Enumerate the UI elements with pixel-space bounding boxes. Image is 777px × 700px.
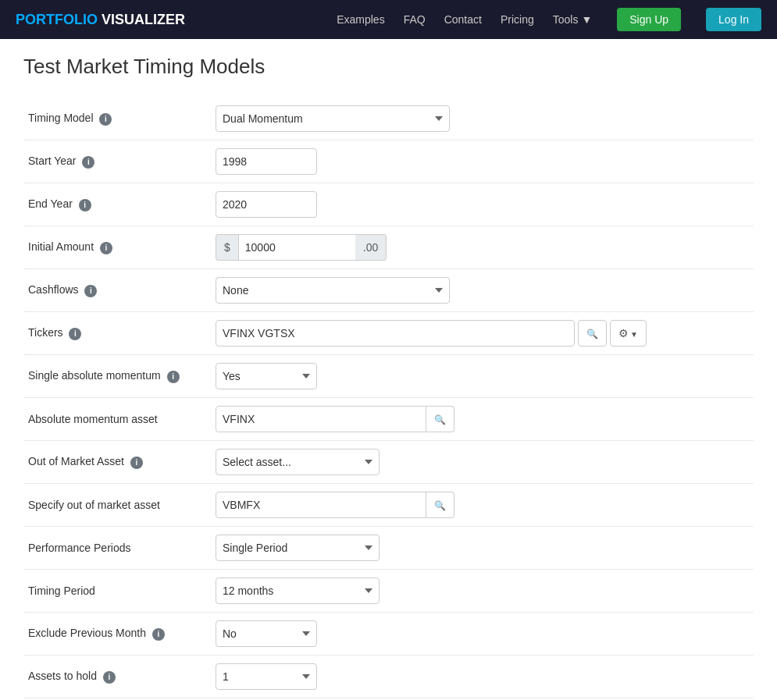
navbar: PORTFOLIO VISUALIZER Examples FAQ Contac… xyxy=(0,0,777,39)
abs-momentum-asset-control xyxy=(211,398,754,441)
currency-prefix: $ xyxy=(216,234,238,261)
tickers-info-icon[interactable]: i xyxy=(69,328,81,340)
start-year-label: Start Year i xyxy=(23,140,211,183)
abs-momentum-asset-group xyxy=(216,406,749,432)
search-icon xyxy=(434,414,446,425)
exclude-prev-month-row: Exclude Previous Month i No Yes xyxy=(23,613,754,656)
amount-group: $ .00 xyxy=(216,234,749,261)
cashflows-info-icon[interactable]: i xyxy=(84,285,97,297)
assets-to-hold-row: Assets to hold i 1 2 3 xyxy=(23,656,754,698)
out-of-market-asset-select[interactable]: Select asset... xyxy=(216,449,380,475)
timing-model-info-icon[interactable]: i xyxy=(99,113,112,126)
start-year-row: Start Year i xyxy=(23,140,754,183)
end-year-input[interactable] xyxy=(216,191,317,218)
end-year-control xyxy=(211,183,754,226)
cashflows-row: Cashflows i None xyxy=(23,269,754,312)
out-of-market-asset-row: Out of Market Asset i Select asset... xyxy=(23,441,754,484)
tickers-input[interactable] xyxy=(216,320,575,346)
assets-to-hold-select[interactable]: 1 2 3 xyxy=(216,663,317,690)
timing-model-label: Timing Model i xyxy=(23,98,211,140)
timing-period-row: Timing Period 12 months xyxy=(23,570,754,613)
single-abs-momentum-select[interactable]: Yes No xyxy=(216,363,317,389)
page-title: Test Market Timing Models xyxy=(23,55,754,79)
tickers-label: Tickers i xyxy=(23,312,211,355)
tickers-settings-button[interactable] xyxy=(610,320,647,346)
single-abs-momentum-info-icon[interactable]: i xyxy=(167,371,180,383)
timing-period-select[interactable]: 12 months xyxy=(216,577,380,604)
tickers-row: Tickers i xyxy=(23,312,754,355)
specify-out-of-market-group xyxy=(216,492,749,518)
tickers-group xyxy=(216,320,749,346)
single-abs-momentum-label: Single absolute momentum i xyxy=(23,355,211,398)
performance-periods-select[interactable]: Single Period xyxy=(216,535,380,561)
single-abs-momentum-control: Yes No xyxy=(211,355,754,398)
assets-to-hold-control: 1 2 3 xyxy=(211,656,754,698)
specify-out-of-market-control xyxy=(211,484,754,527)
search-icon xyxy=(586,327,598,339)
navbar-links: Examples FAQ Contact Pricing Tools ▼ Sig… xyxy=(337,8,761,31)
start-year-input[interactable] xyxy=(216,148,317,175)
performance-periods-control: Single Period xyxy=(211,527,754,570)
performance-periods-label: Performance Periods xyxy=(23,527,211,570)
nav-examples[interactable]: Examples xyxy=(337,13,384,26)
timing-period-label: Timing Period xyxy=(23,570,211,613)
timing-period-control: 12 months xyxy=(211,570,754,613)
tickers-control xyxy=(211,312,754,355)
start-year-control xyxy=(211,140,754,183)
brand: PORTFOLIO VISUALIZER xyxy=(16,12,185,28)
start-year-info-icon[interactable]: i xyxy=(82,156,94,169)
cashflows-control: None xyxy=(211,269,754,312)
timing-model-select[interactable]: Dual Momentum xyxy=(216,105,450,132)
abs-momentum-asset-label: Absolute momentum asset xyxy=(23,398,211,441)
nav-pricing[interactable]: Pricing xyxy=(501,13,534,26)
amount-suffix: .00 xyxy=(355,234,387,261)
end-year-info-icon[interactable]: i xyxy=(79,199,91,211)
initial-amount-label: Initial Amount i xyxy=(23,226,211,269)
specify-out-of-market-input[interactable] xyxy=(216,492,426,518)
tickers-search-button[interactable] xyxy=(578,320,607,346)
specify-out-of-market-search-button[interactable] xyxy=(426,492,454,518)
brand-portfolio: PORTFOLIO xyxy=(16,12,98,27)
assets-to-hold-info-icon[interactable]: i xyxy=(103,671,116,684)
assets-to-hold-label: Assets to hold i xyxy=(23,656,211,698)
nav-contact[interactable]: Contact xyxy=(444,13,482,26)
initial-amount-row: Initial Amount i $ .00 xyxy=(23,226,754,269)
search-icon xyxy=(434,499,446,511)
out-of-market-asset-info-icon[interactable]: i xyxy=(130,457,143,469)
gear-icon xyxy=(618,327,629,339)
specify-out-of-market-label: Specify out of market asset xyxy=(23,484,211,527)
out-of-market-asset-control: Select asset... xyxy=(211,441,754,484)
brand-visualizer: VISUALIZER xyxy=(102,12,185,27)
abs-momentum-asset-search-button[interactable] xyxy=(426,406,454,432)
abs-momentum-asset-input[interactable] xyxy=(216,406,426,432)
initial-amount-input[interactable] xyxy=(238,234,355,261)
cashflows-label: Cashflows i xyxy=(23,269,211,312)
cashflows-select[interactable]: None xyxy=(216,277,450,304)
exclude-prev-month-select[interactable]: No Yes xyxy=(216,620,317,647)
out-of-market-asset-label: Out of Market Asset i xyxy=(23,441,211,484)
nav-tools[interactable]: Tools ▼ xyxy=(553,13,593,26)
exclude-prev-month-control: No Yes xyxy=(211,613,754,656)
page-content: Test Market Timing Models Timing Model i… xyxy=(0,39,777,700)
initial-amount-info-icon[interactable]: i xyxy=(100,242,112,254)
end-year-row: End Year i xyxy=(23,183,754,226)
signup-button[interactable]: Sign Up xyxy=(617,8,681,31)
exclude-prev-month-info-icon[interactable]: i xyxy=(152,628,165,641)
timing-model-row: Timing Model i Dual Momentum xyxy=(23,98,754,140)
end-year-label: End Year i xyxy=(23,183,211,226)
settings-form: Timing Model i Dual Momentum Start Year … xyxy=(23,98,754,700)
specify-out-of-market-row: Specify out of market asset xyxy=(23,484,754,527)
caret-icon xyxy=(630,327,638,339)
abs-momentum-asset-row: Absolute momentum asset xyxy=(23,398,754,441)
timing-model-control: Dual Momentum xyxy=(211,98,754,140)
initial-amount-control: $ .00 xyxy=(211,226,754,269)
performance-periods-row: Performance Periods Single Period xyxy=(23,527,754,570)
login-button[interactable]: Log In xyxy=(706,8,761,31)
nav-faq[interactable]: FAQ xyxy=(404,13,426,26)
single-abs-momentum-row: Single absolute momentum i Yes No xyxy=(23,355,754,398)
exclude-prev-month-label: Exclude Previous Month i xyxy=(23,613,211,656)
